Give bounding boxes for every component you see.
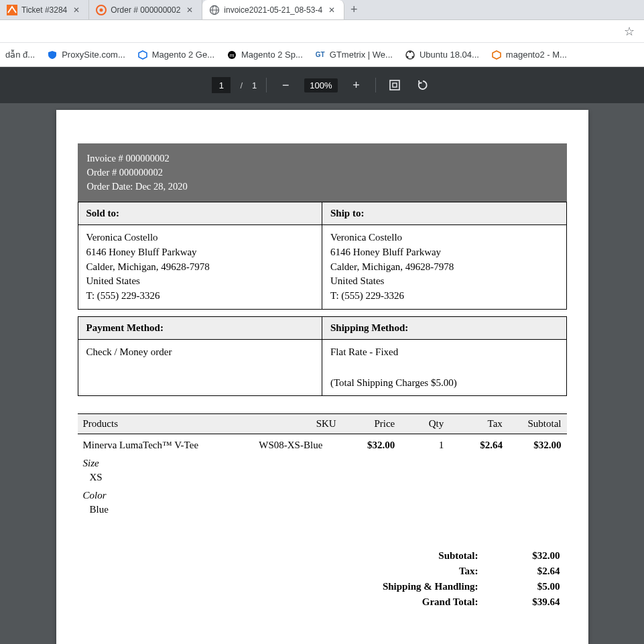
bookmark-item[interactable]: m Magento 2 Sp... (227, 50, 303, 60)
browser-tab-0[interactable]: Ticket #3284 ✕ (0, 0, 89, 19)
line-opt-value: Blue (90, 504, 249, 515)
close-icon[interactable]: ✕ (184, 5, 195, 15)
order-date: Order Date: Dec 28, 2020 (87, 180, 558, 194)
table-row: Minerva LumaTech™ V-Tee Size XS Color Bl… (78, 434, 567, 521)
totals-table: Subtotal: $32.00 Tax: $2.64 Shipping & H… (78, 548, 567, 610)
bookmark-label: Magento 2 Ge... (152, 50, 214, 60)
line-sku: WS08-XS-Blue (253, 434, 341, 521)
bookmark-item[interactable]: ProxySite.com... (47, 50, 125, 60)
addr-phone: T: (555) 229-3326 (86, 289, 314, 304)
line-tax: $2.64 (449, 434, 508, 521)
bookmark-item[interactable]: Magento 2 Ge... (137, 50, 214, 60)
bookmark-star-icon[interactable]: ☆ (624, 24, 635, 39)
svg-point-10 (409, 51, 411, 53)
bookmark-item[interactable]: Ubuntu 18.04... (405, 50, 479, 60)
invoice-header: Invoice # 000000002 Order # 000000002 Or… (78, 143, 567, 202)
svg-point-11 (406, 56, 408, 58)
sold-to-address: Veronica Costello 6146 Honey Bluff Parkw… (78, 225, 322, 310)
line-opt-label: Color (83, 490, 249, 501)
browser-tab-2[interactable]: invoice2021-05-21_08-53-4 ✕ (202, 0, 344, 19)
col-tax: Tax (449, 414, 508, 434)
shipping-label: Shipping & Handling: (79, 580, 484, 594)
divider (375, 78, 376, 92)
addr-street: 6146 Honey Bluff Parkway (330, 245, 558, 260)
payment-method: Check / Money order (78, 339, 322, 396)
zoom-out-button[interactable]: − (276, 76, 295, 94)
tab-label: Ticket #3284 (21, 5, 67, 15)
line-opt-label: Size (83, 458, 249, 469)
shipping-value: $5.00 (485, 580, 566, 594)
bookmark-label: ProxySite.com... (62, 50, 125, 60)
zoom-level: 100% (304, 78, 337, 92)
bookmark-item[interactable]: magento2 - M... (491, 50, 567, 60)
page-separator: / (240, 80, 243, 90)
zoom-in-button[interactable]: + (347, 76, 366, 94)
svg-marker-13 (493, 51, 501, 59)
bookmark-label: magento2 - M... (506, 50, 567, 60)
tab-label: Order # 000000002 (111, 5, 180, 15)
svg-rect-15 (393, 83, 397, 87)
addr-street: 6146 Honey Bluff Parkway (86, 245, 314, 260)
line-price: $32.00 (342, 434, 401, 521)
addr-name: Veronica Costello (86, 231, 314, 245)
line-qty: 1 (400, 434, 449, 521)
rotate-button[interactable] (413, 76, 432, 94)
bookmarks-bar: dẫn đ... ProxySite.com... Magento 2 Ge..… (0, 43, 644, 67)
addr-city: Calder, Michigan, 49628-7978 (330, 260, 558, 275)
fit-page-button[interactable] (385, 76, 404, 94)
order-number: Order # 000000002 (87, 166, 558, 180)
tax-label: Tax: (79, 564, 484, 578)
globe-icon (209, 5, 220, 15)
favicon-icon (96, 5, 107, 15)
line-items-table: Products SKU Price Qty Tax Subtotal Mine… (78, 413, 567, 521)
page-current-input[interactable] (212, 77, 231, 93)
bookmark-item[interactable]: dẫn đ... (5, 50, 35, 60)
col-subtotal: Subtotal (508, 414, 567, 434)
pdf-toolbar: / 1 − 100% + (0, 67, 644, 103)
close-icon[interactable]: ✕ (71, 5, 82, 15)
col-price: Price (342, 414, 401, 434)
line-opt-value: XS (90, 472, 249, 483)
svg-point-12 (411, 56, 413, 58)
payment-heading: Payment Method: (78, 316, 322, 339)
invoice-number: Invoice # 000000002 (87, 151, 558, 166)
favicon-icon (7, 5, 17, 15)
tax-value: $2.64 (485, 564, 566, 578)
gt-icon: GT (315, 50, 326, 60)
svg-rect-14 (390, 80, 399, 90)
ubuntu-icon (405, 50, 415, 60)
shipping-charges: (Total Shipping Charges $5.00) (330, 376, 558, 391)
col-products: Products (78, 414, 254, 434)
dot-icon: m (227, 50, 237, 60)
grand-total-value: $39.64 (485, 595, 566, 609)
divider (266, 78, 267, 92)
bookmark-label: dẫn đ... (5, 50, 35, 60)
ship-to-heading: Ship to: (322, 202, 567, 225)
col-qty: Qty (400, 414, 449, 434)
browser-tab-1[interactable]: Order # 000000002 ✕ (89, 0, 202, 19)
addr-city: Calder, Michigan, 49628-7978 (86, 260, 314, 275)
line-subtotal: $32.00 (508, 434, 567, 521)
hex-icon (491, 50, 502, 60)
subtotal-label: Subtotal: (79, 549, 484, 563)
addr-phone: T: (555) 229-3326 (330, 289, 558, 304)
line-product: Minerva LumaTech™ V-Tee (83, 440, 249, 451)
addr-country: United States (330, 274, 558, 289)
close-icon[interactable]: ✕ (326, 5, 337, 15)
addr-name: Veronica Costello (330, 231, 558, 245)
bookmark-label: Ubuntu 18.04... (420, 50, 479, 60)
bookmark-label: GTmetrix | We... (330, 50, 393, 60)
hex-icon (137, 50, 148, 60)
shipping-heading: Shipping Method: (322, 316, 567, 339)
pdf-viewer[interactable]: Invoice # 000000002 Order # 000000002 Or… (0, 103, 644, 644)
subtotal-value: $32.00 (485, 549, 566, 563)
shield-icon (47, 50, 58, 60)
address-table: Sold to: Ship to: Veronica Costello 6146… (78, 202, 567, 310)
svg-point-2 (100, 8, 103, 11)
new-tab-button[interactable]: + (344, 0, 363, 19)
col-sku: SKU (253, 414, 341, 434)
svg-marker-6 (139, 51, 147, 59)
bookmark-label: Magento 2 Sp... (241, 50, 303, 60)
bookmark-item[interactable]: GT GTmetrix | We... (315, 50, 393, 60)
browser-toolbar: ☆ (0, 20, 644, 43)
